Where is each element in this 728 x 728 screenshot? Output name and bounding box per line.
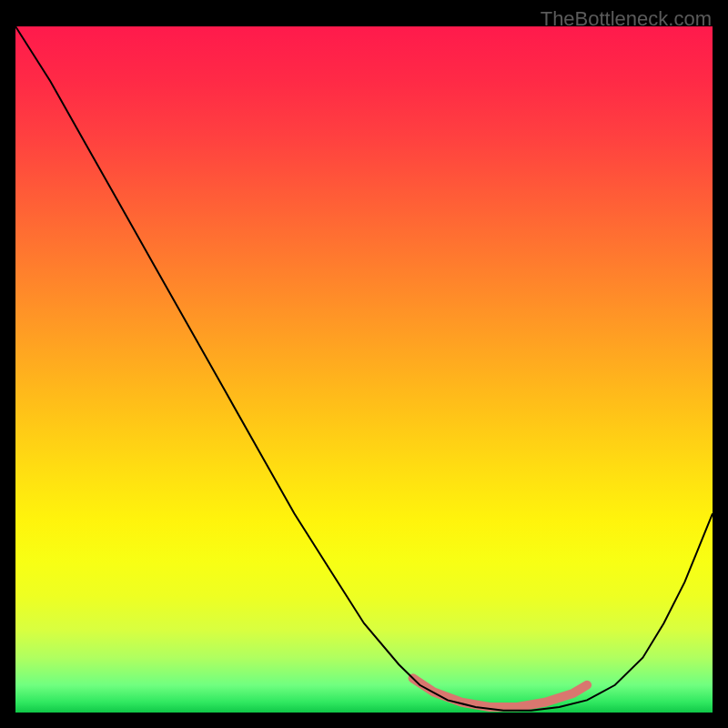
watermark-text: TheBottleneck.com — [541, 7, 712, 31]
bottleneck-curve-line — [15, 26, 713, 711]
chart-svg — [15, 26, 713, 713]
chart-plot-area — [15, 26, 713, 713]
optimal-band-line — [413, 678, 587, 707]
